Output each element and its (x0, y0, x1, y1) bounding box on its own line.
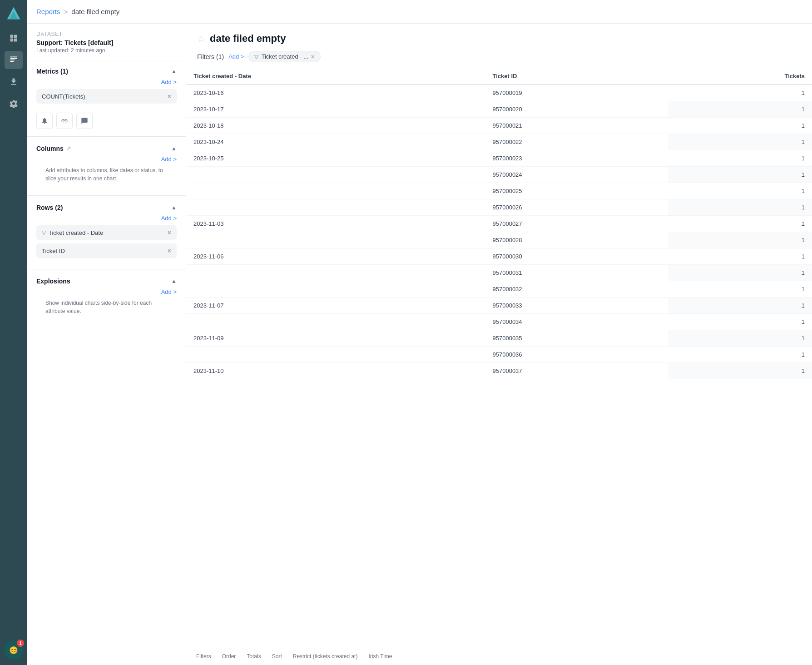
table-header-row: Ticket created - Date Ticket ID Tickets (186, 68, 812, 84)
cell-ticket-id: 957000035 (485, 330, 668, 347)
explosions-title: Explosions (36, 278, 70, 285)
cell-tickets: 1 (668, 118, 812, 134)
count-tickets-chip: COUNT(Tickets) × (36, 89, 177, 104)
nav-item-dashboard[interactable] (5, 29, 23, 47)
cell-date (186, 232, 485, 248)
cell-ticket-id: 957000026 (485, 199, 668, 216)
nav-item-upload[interactable] (5, 73, 23, 91)
cell-ticket-id: 957000033 (485, 298, 668, 314)
cell-date (186, 347, 485, 363)
cell-ticket-id: 957000037 (485, 363, 668, 379)
cell-tickets: 1 (668, 314, 812, 330)
cell-ticket-id: 957000027 (485, 216, 668, 232)
breadcrumb-separator: > (64, 8, 68, 15)
bottom-tab-filters[interactable]: Filters (193, 651, 214, 661)
metrics-section-header: Metrics (1) ▲ (27, 61, 186, 79)
columns-collapse-btn[interactable]: ▲ (171, 145, 177, 152)
cell-date: 2023-10-18 (186, 118, 485, 134)
svg-rect-3 (14, 35, 17, 38)
explosions-add-btn[interactable]: Add > (161, 288, 177, 295)
cell-ticket-id: 957000028 (485, 232, 668, 248)
columns-add-btn[interactable]: Add > (161, 156, 177, 163)
nav-item-reports[interactable] (5, 51, 23, 69)
visualization-icon-row (27, 113, 186, 134)
favorite-star-icon[interactable]: ☆ (197, 33, 205, 44)
rows-section-header: Rows (2) ▲ (27, 198, 186, 215)
table-row: 9570000261 (186, 199, 812, 216)
filter-icon: ▽ (42, 229, 46, 236)
table-row: 9570000241 (186, 167, 812, 183)
filter-funnel-icon: ▽ (254, 54, 258, 60)
table-row: 9570000251 (186, 183, 812, 199)
cell-tickets: 1 (668, 84, 812, 101)
cell-tickets: 1 (668, 281, 812, 298)
columns-section-header: Columns ↗ ▲ (27, 139, 186, 156)
cell-tickets: 1 (668, 265, 812, 281)
dataset-name: Support: Tickets [default] (36, 39, 177, 46)
svg-rect-4 (10, 39, 14, 42)
cell-date: 2023-11-07 (186, 298, 485, 314)
breadcrumb-reports-link[interactable]: Reports (36, 8, 60, 15)
row-ticket-created-date-chip: ▽ Ticket created - Date × (36, 225, 177, 240)
active-filter-chip: ▽ Ticket created - ... × (248, 51, 320, 62)
metrics-content: Add > COUNT(Tickets) × (27, 79, 186, 113)
svg-rect-5 (14, 39, 17, 42)
bottom-tab-order[interactable]: Order (219, 651, 239, 661)
cell-ticket-id: 957000024 (485, 167, 668, 183)
add-filter-btn[interactable]: Add > (228, 53, 244, 60)
table-row: 9570000341 (186, 314, 812, 330)
cell-ticket-id: 957000034 (485, 314, 668, 330)
cell-date: 2023-11-03 (186, 216, 485, 232)
explosions-section-header: Explosions ▲ (27, 271, 186, 288)
cell-tickets: 1 (668, 232, 812, 248)
bottom-tab-totals[interactable]: Totals (244, 651, 263, 661)
cell-date: 2023-10-17 (186, 101, 485, 118)
top-bar: Reports > date filed empty (27, 0, 812, 24)
link-icon-btn[interactable] (56, 113, 73, 129)
explosions-content: Add > Show individual charts side-by-sid… (27, 288, 186, 326)
cell-tickets: 1 (668, 347, 812, 363)
row-ticket-id-label: Ticket ID (42, 248, 65, 254)
filters-bar: Filters (1) Add > ▽ Ticket created - ...… (197, 51, 801, 62)
row-ticket-id-chip: Ticket ID × (36, 243, 177, 258)
cell-tickets: 1 (668, 183, 812, 199)
columns-title: Columns (36, 145, 64, 152)
filters-count-label: Filters (1) (197, 53, 224, 60)
cell-tickets: 1 (668, 167, 812, 183)
table-row: 2023-11-099570000351 (186, 330, 812, 347)
rows-title: Rows (2) (36, 204, 63, 211)
active-filter-label: Ticket created - ... (261, 53, 308, 60)
columns-content: Add > Add attributes to columns, like da… (27, 156, 186, 194)
row-ticket-id-remove-btn[interactable]: × (168, 247, 171, 254)
cell-ticket-id: 957000036 (485, 347, 668, 363)
cell-tickets: 1 (668, 199, 812, 216)
left-navigation: 😊 1 (0, 0, 27, 665)
cell-tickets: 1 (668, 150, 812, 167)
nav-item-settings[interactable] (5, 94, 23, 113)
table-row: 2023-10-169570000191 (186, 84, 812, 101)
cell-date: 2023-10-16 (186, 84, 485, 101)
cell-ticket-id: 957000030 (485, 248, 668, 265)
metrics-collapse-btn[interactable]: ▲ (171, 68, 177, 74)
bottom-tab-restrict[interactable]: Restrict (tickets created at) (290, 651, 361, 661)
row-ticket-created-date-label: Ticket created - Date (49, 229, 165, 236)
rows-collapse-btn[interactable]: ▲ (171, 204, 177, 211)
bottom-tab-sort[interactable]: Sort (269, 651, 285, 661)
col-header-ticket-id: Ticket ID (485, 68, 668, 84)
active-filter-remove-btn[interactable]: × (311, 53, 315, 60)
avatar[interactable]: 😊 1 (4, 640, 23, 660)
explosions-collapse-btn[interactable]: ▲ (171, 278, 177, 284)
bottom-tab-irish-time[interactable]: Irish Time (366, 651, 395, 661)
app-logo[interactable] (5, 5, 22, 22)
left-panel: Dataset Support: Tickets [default] Last … (27, 24, 186, 665)
cell-tickets: 1 (668, 134, 812, 150)
table-row: 9570000361 (186, 347, 812, 363)
message-icon-btn[interactable] (76, 113, 93, 129)
count-tickets-remove-btn[interactable]: × (168, 93, 171, 100)
bell-icon-btn[interactable] (36, 113, 53, 129)
cell-date: 2023-11-06 (186, 248, 485, 265)
row-ticket-created-date-remove-btn[interactable]: × (168, 229, 171, 236)
table-row: 2023-11-079570000331 (186, 298, 812, 314)
metrics-add-btn[interactable]: Add > (161, 79, 177, 85)
rows-add-btn[interactable]: Add > (161, 215, 177, 222)
